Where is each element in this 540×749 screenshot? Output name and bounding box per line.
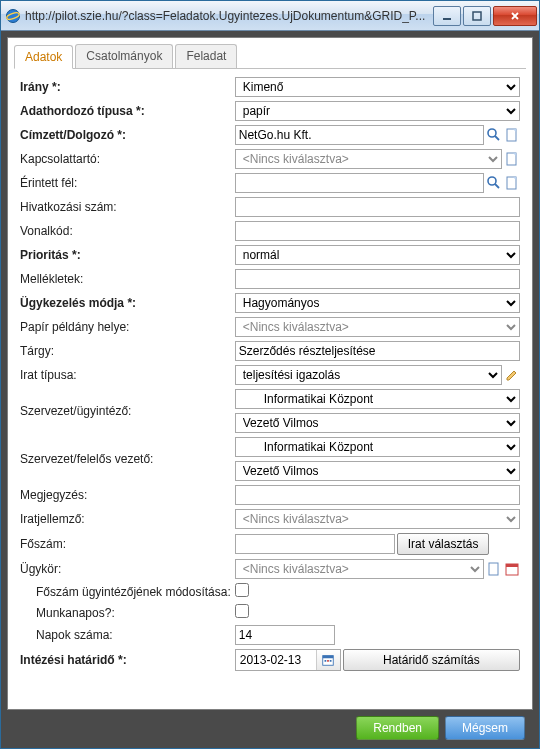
label-hatarido: Intézési határidő *: — [18, 647, 233, 673]
form-panel: Adatok Csatolmányok Feladat Irány *: Kim… — [7, 37, 533, 710]
tab-adatok[interactable]: Adatok — [14, 45, 73, 69]
svg-rect-19 — [325, 660, 327, 662]
titlebar: http://pilot.szie.hu/?class=Feladatok.Ug… — [1, 1, 539, 31]
input-erintett[interactable] — [235, 173, 484, 193]
svg-rect-3 — [473, 12, 481, 20]
clear-icon[interactable] — [486, 561, 502, 577]
close-button[interactable] — [493, 6, 537, 26]
svg-line-11 — [495, 184, 499, 188]
svg-rect-12 — [507, 177, 516, 189]
input-mellekletek[interactable] — [235, 269, 520, 289]
new-doc-icon[interactable] — [504, 151, 520, 167]
label-ugykezeles: Ügykezelés módja *: — [18, 291, 233, 315]
minimize-button[interactable] — [433, 6, 461, 26]
button-hatarido-szamitas[interactable]: Határidő számítás — [343, 649, 520, 671]
input-vonalkod[interactable] — [235, 221, 520, 241]
label-iratjellemzo: Iratjellemző: — [18, 507, 233, 531]
select-szervezet-fel-org[interactable]: Informatikai Központ — [235, 437, 520, 457]
label-adathordozo: Adathordozó típusa *: — [18, 99, 233, 123]
input-megjegyzes[interactable] — [235, 485, 520, 505]
label-foszam: Főszám: — [18, 531, 233, 557]
select-adathordozo[interactable]: papír — [235, 101, 520, 121]
form-area: Irány *: Kimenő Adathordozó típusa *: pa… — [8, 69, 532, 709]
client-area: Adatok Csatolmányok Feladat Irány *: Kim… — [1, 31, 539, 748]
select-iratjellemzo[interactable]: <Nincs kiválasztva> — [235, 509, 520, 529]
button-ok[interactable]: Rendben — [356, 716, 439, 740]
svg-rect-8 — [507, 153, 516, 165]
select-kapcsolattarto[interactable]: <Nincs kiválasztva> — [235, 149, 502, 169]
label-foszam-mod: Főszám ügyintézőjének módosítása: — [18, 581, 233, 602]
address-url: http://pilot.szie.hu/?class=Feladatok.Ug… — [25, 9, 431, 23]
edit-icon[interactable] — [504, 367, 520, 383]
label-vonalkod: Vonalkód: — [18, 219, 233, 243]
svg-line-5 — [495, 136, 499, 140]
select-ugykezeles[interactable]: Hagyományos — [235, 293, 520, 313]
date-field-hatarido[interactable] — [235, 649, 341, 671]
label-prioritas: Prioritás *: — [18, 243, 233, 267]
select-szervezet-fel-person[interactable]: Vezető Vilmos — [235, 461, 520, 481]
select-papir-helye[interactable]: <Nincs kiválasztva> — [235, 317, 520, 337]
select-prioritas[interactable]: normál — [235, 245, 520, 265]
label-szervezet-ugyintezo: Szervezet/ügyintéző: — [18, 387, 233, 435]
ie-icon — [5, 8, 21, 24]
select-szervezet-ugy-org[interactable]: Informatikai Központ — [235, 389, 520, 409]
maximize-button[interactable] — [463, 6, 491, 26]
input-targy[interactable] — [235, 341, 520, 361]
search-icon[interactable] — [486, 127, 502, 143]
label-mellekletek: Mellékletek: — [18, 267, 233, 291]
label-megjegyzes: Megjegyzés: — [18, 483, 233, 507]
button-cancel[interactable]: Mégsem — [445, 716, 525, 740]
checkbox-foszam-mod[interactable] — [235, 583, 249, 597]
svg-rect-20 — [327, 660, 329, 662]
label-erintett: Érintett fél: — [18, 171, 233, 195]
select-irat-tipusa[interactable]: teljesítési igazolás — [235, 365, 502, 385]
select-irany[interactable]: Kimenő — [235, 77, 520, 97]
svg-rect-16 — [506, 564, 518, 567]
tab-csatolmanyok[interactable]: Csatolmányok — [75, 44, 173, 68]
window-buttons — [431, 6, 537, 26]
calendar-icon[interactable] — [504, 561, 520, 577]
svg-point-4 — [488, 129, 496, 137]
label-targy: Tárgy: — [18, 339, 233, 363]
label-napok: Napok száma: — [18, 623, 233, 647]
svg-rect-6 — [507, 129, 516, 141]
svg-point-10 — [488, 177, 496, 185]
label-munkanapos: Munkanapos?: — [18, 602, 233, 623]
label-szervezet-felelos: Szervezet/felelős vezető: — [18, 435, 233, 483]
svg-rect-14 — [489, 563, 498, 575]
svg-rect-21 — [330, 660, 332, 662]
tab-feladat[interactable]: Feladat — [175, 44, 237, 68]
input-hivatkozasi[interactable] — [235, 197, 520, 217]
search-icon[interactable] — [486, 175, 502, 191]
select-ugykor[interactable]: <Nincs kiválasztva> — [235, 559, 484, 579]
label-papir-helye: Papír példány helye: — [18, 315, 233, 339]
calendar-picker-icon[interactable] — [316, 650, 340, 670]
new-doc-icon[interactable] — [504, 175, 520, 191]
input-cimzett[interactable] — [235, 125, 484, 145]
tabstrip: Adatok Csatolmányok Feladat — [8, 38, 532, 68]
checkbox-munkanapos[interactable] — [235, 604, 249, 618]
input-napok[interactable] — [235, 625, 335, 645]
new-doc-icon[interactable] — [504, 127, 520, 143]
input-foszam[interactable] — [235, 534, 395, 554]
label-kapcsolattarto: Kapcsolattartó: — [18, 147, 233, 171]
label-ugykor: Ügykör: — [18, 557, 233, 581]
label-irat-tipusa: Irat típusa: — [18, 363, 233, 387]
footer: Rendben Mégsem — [7, 710, 533, 748]
label-irany: Irány *: — [18, 75, 233, 99]
select-szervezet-ugy-person[interactable]: Vezető Vilmos — [235, 413, 520, 433]
button-irat-valasztas[interactable]: Irat választás — [397, 533, 490, 555]
label-cimzett: Címzett/Dolgozó *: — [18, 123, 233, 147]
input-hatarido[interactable] — [236, 650, 316, 670]
svg-rect-18 — [323, 656, 334, 659]
svg-rect-2 — [443, 18, 451, 20]
label-hivatkozasi: Hivatkozási szám: — [18, 195, 233, 219]
app-window: http://pilot.szie.hu/?class=Feladatok.Ug… — [0, 0, 540, 749]
